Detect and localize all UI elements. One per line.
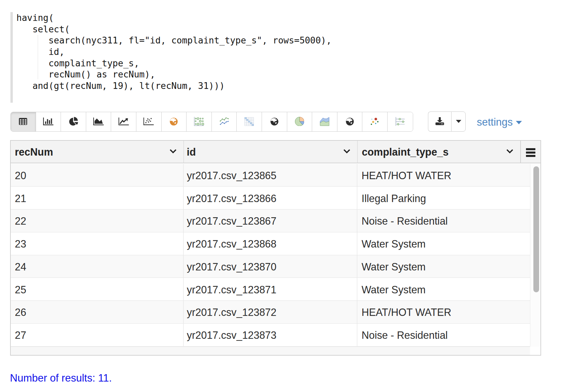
download-options-button[interactable] — [451, 111, 466, 132]
cell-recnum: 27 — [11, 324, 184, 346]
table-header-row: recNum id complaint_type_s — [11, 141, 540, 164]
cell-complaint-type: HEAT/HOT WATER — [357, 301, 530, 323]
bubble-scatter-chart-button[interactable] — [362, 112, 388, 131]
heatmap-chart-icon — [244, 117, 254, 126]
cell-id: yr2017.csv_123870 — [184, 255, 357, 278]
globe-orange-icon — [170, 118, 178, 126]
grid-menu-icon — [526, 148, 535, 158]
scatter-chart-button[interactable] — [136, 112, 162, 131]
bar-chart-icon — [43, 118, 54, 125]
area-chart-button[interactable] — [86, 112, 111, 131]
cell-recnum: 24 — [11, 255, 184, 278]
globe-dark-button[interactable] — [262, 112, 287, 131]
result-table: recNum id complaint_type_s 20 — [10, 140, 541, 356]
horizontal-scrollbar-track[interactable] — [11, 347, 530, 355]
pie-color-chart-button[interactable] — [287, 112, 312, 131]
parallel-sliders-button[interactable] — [388, 112, 413, 131]
line-chart-icon — [119, 118, 129, 126]
cell-recnum: 25 — [11, 278, 184, 300]
indent-guide — [38, 35, 38, 79]
bubble-grid-chart-button[interactable] — [187, 112, 212, 131]
bubble-scatter-chart-icon — [371, 118, 379, 125]
column-header-id[interactable]: id — [184, 141, 358, 163]
cell-complaint-type: Noise - Residential — [357, 324, 530, 346]
column-header-label: recNum — [15, 146, 53, 158]
column-header-label: id — [187, 146, 196, 158]
cell-complaint-type: Water System — [357, 278, 530, 300]
cell-recnum: 22 — [11, 209, 184, 232]
table-row[interactable]: 22yr2017.csv_123867Noise - Residential — [11, 209, 530, 232]
table-row[interactable]: 27yr2017.csv_123873Noise - Residential — [11, 324, 530, 347]
cell-id: yr2017.csv_123866 — [184, 187, 357, 209]
download-icon — [435, 117, 444, 125]
code-editor[interactable]: having( select( search(nyc311, fl="id, c… — [10, 12, 381, 103]
scatter-chart-icon — [143, 118, 154, 125]
column-menu-chevron-icon[interactable] — [343, 149, 351, 154]
download-button-group — [428, 111, 466, 132]
pie-color-chart-icon — [295, 117, 304, 126]
multi-line-chart-button[interactable] — [212, 112, 237, 131]
cell-id: yr2017.csv_123872 — [184, 301, 357, 323]
grid-menu-button[interactable] — [521, 141, 540, 163]
pie-chart-icon — [69, 117, 78, 126]
cell-id: yr2017.csv_123865 — [184, 164, 357, 187]
vertical-scrollbar-track[interactable] — [530, 164, 540, 347]
cell-recnum: 26 — [11, 301, 184, 323]
settings-caret-icon — [516, 121, 522, 124]
settings-label: settings — [477, 116, 513, 128]
area-chart-icon — [93, 118, 104, 126]
area-color-chart-icon — [320, 117, 329, 126]
zeppelin-paragraph: having( select( search(nyc311, fl="id, c… — [0, 0, 563, 392]
cell-complaint-type: Illegal Parking — [357, 187, 530, 209]
cell-id: yr2017.csv_123873 — [184, 324, 357, 346]
cell-id: yr2017.csv_123867 — [184, 209, 357, 232]
table-row[interactable]: 21yr2017.csv_123866Illegal Parking — [11, 187, 530, 209]
table-chart-icon — [19, 118, 27, 125]
cell-id: yr2017.csv_123871 — [184, 278, 357, 300]
cell-id: yr2017.csv_123868 — [184, 232, 357, 255]
cell-complaint-type: Noise - Residential — [357, 209, 530, 232]
column-menu-chevron-icon[interactable] — [506, 149, 514, 154]
globe-orange-button[interactable] — [162, 112, 187, 131]
table-body: 20yr2017.csv_123865HEAT/HOT WATER21yr201… — [11, 164, 530, 347]
vertical-scrollbar-thumb[interactable] — [533, 166, 539, 292]
cell-recnum: 20 — [11, 164, 184, 187]
heatmap-chart-button[interactable] — [237, 112, 262, 131]
table-row[interactable]: 20yr2017.csv_123865HEAT/HOT WATER — [11, 164, 530, 187]
table-row[interactable]: 23yr2017.csv_123868Water System — [11, 232, 530, 255]
scrollbar-corner — [530, 347, 540, 355]
bubble-grid-chart-icon — [194, 117, 204, 126]
cell-complaint-type: HEAT/HOT WATER — [357, 164, 530, 187]
table-row[interactable]: 24yr2017.csv_123870Water System — [11, 255, 530, 278]
code-text[interactable]: having( select( search(nyc311, fl="id, c… — [16, 12, 332, 92]
column-header-complaint-type[interactable]: complaint_type_s — [358, 141, 521, 163]
globe-dark-icon — [270, 118, 278, 126]
column-header-recnum[interactable]: recNum — [11, 141, 184, 163]
visualization-toolbar — [10, 112, 413, 132]
globe-dark2-icon — [346, 118, 354, 126]
column-menu-chevron-icon[interactable] — [169, 149, 177, 154]
bar-chart-button[interactable] — [36, 112, 61, 131]
cell-complaint-type: Water System — [357, 255, 530, 278]
settings-link[interactable]: settings — [477, 116, 522, 128]
download-button[interactable] — [428, 111, 451, 132]
table-chart-button[interactable] — [11, 112, 36, 131]
area-color-chart-button[interactable] — [312, 112, 337, 131]
multi-line-chart-icon — [220, 118, 229, 125]
caret-down-icon — [456, 120, 461, 123]
line-chart-button[interactable] — [111, 112, 136, 131]
column-header-label: complaint_type_s — [362, 146, 449, 158]
cell-recnum: 23 — [11, 232, 184, 255]
table-row[interactable]: 25yr2017.csv_123871Water System — [11, 278, 530, 301]
result-count-text: Number of results: 11. — [10, 372, 112, 384]
globe-dark2-button[interactable] — [337, 112, 363, 131]
cell-recnum: 21 — [11, 187, 184, 209]
pie-chart-button[interactable] — [61, 112, 86, 131]
table-row[interactable]: 26yr2017.csv_123872HEAT/HOT WATER — [11, 301, 530, 324]
parallel-sliders-icon — [395, 117, 405, 126]
cell-complaint-type: Water System — [357, 232, 530, 255]
